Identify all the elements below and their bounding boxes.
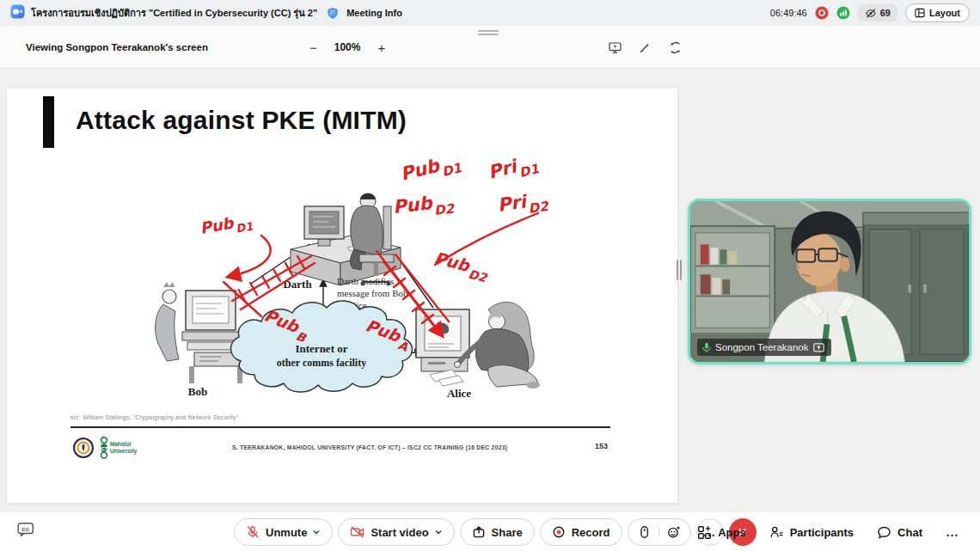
participants-label: Participants [790,526,854,539]
control-bar: cc Unmute [0,511,980,551]
alice-figure [416,302,540,389]
svg-text:PubD1: PubD1 [398,153,462,190]
participants-button[interactable]: Participants [769,525,854,540]
zoom-in-button[interactable]: + [374,40,389,56]
bob-label: Bob [188,385,207,398]
slide-title-accent-bar [43,96,54,148]
slide-page-number: 153 [595,442,608,450]
fit-to-window-button[interactable] [665,38,684,57]
annotation-sub: D1 [518,161,541,181]
ict-logo: ICT [98,436,110,463]
recording-indicator-icon [815,6,829,20]
apps-grid-icon [697,525,712,540]
shield-icon [327,7,339,20]
chevron-down-icon [434,528,443,536]
annotation-sub: D1 [440,160,463,180]
annotation-sub: D2 [433,201,456,218]
unmute-options-chevron[interactable] [312,528,321,536]
svg-text:Internet or: Internet or [295,342,347,355]
participant-video-frame [690,201,969,362]
camera-off-icon [350,525,364,539]
annotation-sub: D1 [235,220,254,236]
record-icon [552,525,566,539]
annotate-button[interactable] [635,38,654,57]
chevron-down-icon [312,528,321,536]
chat-label: Chat [897,526,922,539]
meeting-title: โครงการอบรมเชิงปฏิบัติการ "Certified in … [31,5,317,21]
alice-label: Alice [447,387,471,400]
connection-quality-icon [836,6,850,20]
zoom-app-logo [10,4,25,22]
apps-button[interactable]: Apps [697,525,746,540]
pill-divider [658,526,659,538]
record-label: Record [572,526,610,539]
chat-button[interactable]: Chat [877,525,922,540]
svg-text:PubD2: PubD2 [432,248,493,285]
share-toolbar: Viewing Songpon Teerakanok's screen − 10… [0,26,980,69]
source-note: src: William Stallings, "Cryptography an… [70,414,238,420]
toolbar-drag-handle[interactable] [478,28,499,37]
annotation-text: Pub [392,193,435,217]
tools-pill [628,518,691,546]
video-options-chevron[interactable] [434,528,443,536]
mic-on-icon [702,342,711,353]
reactions-button[interactable] [667,525,681,539]
start-video-button[interactable]: Start video [338,518,454,546]
record-button[interactable]: Record [540,518,622,546]
is-sharing-icon [813,343,824,352]
hidden-participants-pill[interactable]: 69 [858,4,897,21]
footer-divider [70,426,610,428]
eye-off-icon [865,8,877,19]
participant-name: Songpon Teerakanok [715,342,809,352]
start-video-label: Start video [371,526,428,539]
zoom-out-button[interactable]: − [306,40,321,56]
svg-text:Darth modifies: Darth modifies [337,276,394,286]
annotation-text: Pub [398,155,443,185]
svg-text:ICT: ICT [101,446,109,451]
clock: 06:49:46 [770,8,807,18]
remote-control-button[interactable] [605,38,624,57]
layout-button[interactable]: Layout [905,3,970,22]
apps-label: Apps [718,526,746,539]
reaction-smiley-icon [667,525,681,539]
slide-footer-text: S. TEERAKANOK, MAHIDOL UNIVERSITY (FACT.… [232,444,507,450]
svg-text:message from Bob: message from Bob [337,288,408,298]
svg-text:PriD2: PriD2 [496,188,550,221]
annotation-sub: D2 [528,199,551,217]
participant-video-tile[interactable]: Songpon Teerakanok [688,199,971,364]
mahidol-emblem-logo [73,436,94,463]
annotation-text: Pri [486,156,520,183]
svg-text:cc: cc [21,525,29,533]
participants-icon [769,525,784,540]
ellipsis-icon: … [946,530,959,535]
share-label: Share [492,526,523,539]
svg-text:PubD2: PubD2 [392,191,456,223]
unmute-button[interactable]: Unmute [234,518,333,546]
annotation-text: Pub [199,213,236,237]
svg-text:PubD1: PubD1 [199,211,254,242]
share-screen-icon [472,525,486,539]
remote-mouse-button[interactable] [638,525,651,539]
captions-button[interactable]: cc [17,522,34,540]
darth-figure [291,193,401,286]
mitm-diagram: Bob Darth [7,153,677,407]
meeting-info-button[interactable]: Meeting Info [346,8,402,18]
hidden-count: 69 [880,8,891,18]
chat-bubble-icon [877,525,891,540]
more-options-button[interactable]: … [946,530,959,535]
mouse-icon [638,525,651,539]
monitor-cursor-icon [609,41,622,54]
layout-grid-icon [915,8,925,18]
top-bar: โครงการอบรมเชิงปฏิบัติการ "Certified in … [0,0,980,26]
caption-icon: cc [17,522,34,536]
svg-text:other comms facility: other comms facility [277,357,366,369]
panel-resize-handle[interactable] [677,260,685,280]
circular-arrows-icon [669,41,682,54]
svg-text:PriD1: PriD1 [486,153,540,188]
annotation-text: Pri [496,191,530,216]
mic-off-icon [246,525,260,539]
bob-figure [156,282,249,383]
viewing-label: Viewing Songpon Teerakanok's screen [26,26,208,69]
pen-icon [639,41,652,54]
share-button[interactable]: Share [460,518,535,546]
